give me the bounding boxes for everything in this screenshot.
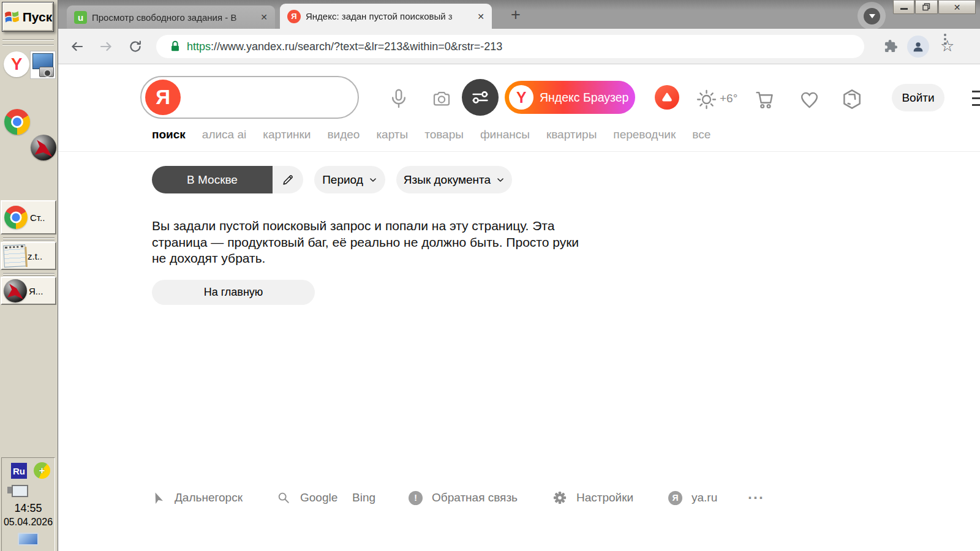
header-divider <box>58 151 980 152</box>
search-input[interactable] <box>186 78 351 116</box>
yandex-browser-logo: Y <box>509 85 533 110</box>
start-button-label: Пуск <box>23 10 52 24</box>
page-footer: Дальнегорск Google Bing ! Обратная связь <box>58 489 980 507</box>
yandex-browser-promo-button[interactable]: Y Яндекс Браузер <box>505 81 635 114</box>
url-text: https://www.yandex.ru/search/?text=&lr=2… <box>187 35 502 58</box>
image-search-camera-icon[interactable] <box>431 88 453 110</box>
url-scheme: https <box>187 40 211 53</box>
weather-temperature[interactable]: +6° <box>720 92 737 105</box>
address-bar[interactable]: https://www.yandex.ru/search/?text=&lr=2… <box>156 35 864 58</box>
promo-label: Яндекс Браузер <box>540 91 628 105</box>
browser-toolbar: https://www.yandex.ru/search/?text=&lr=2… <box>58 29 980 64</box>
tab-title: Просмотр свободного задания - B <box>92 12 255 23</box>
camera-icon <box>39 67 54 77</box>
location-arrow-icon[interactable] <box>151 489 164 507</box>
network-tray-icon[interactable] <box>12 485 28 497</box>
nav-tab-video[interactable]: видео <box>327 128 360 141</box>
forward-button[interactable] <box>99 39 113 54</box>
chrome-icon <box>4 206 28 229</box>
tab-dropdown-button[interactable] <box>864 8 880 24</box>
footer-google-link[interactable]: Google <box>300 489 337 507</box>
language-indicator[interactable]: Ru <box>11 463 27 479</box>
yandex-y-letter: Y <box>11 54 23 74</box>
nav-tab-flats[interactable]: квартиры <box>546 128 597 141</box>
chevron-down-icon <box>869 14 875 18</box>
start-button[interactable]: Пуск <box>2 2 54 32</box>
back-button[interactable] <box>70 39 85 54</box>
feedback-icon[interactable]: ! <box>409 489 423 507</box>
url-rest: ://www.yandex.ru/search/?text=&lr=213&wi… <box>211 40 502 53</box>
desktop-icon-yandex-browser[interactable]: Y <box>4 51 29 77</box>
desktop-icon-screen-capture[interactable] <box>30 51 56 79</box>
reload-button[interactable] <box>128 39 143 54</box>
antivirus-tray-icon[interactable]: + <box>34 462 50 479</box>
alice-assistant-icon[interactable] <box>655 85 679 110</box>
footer-settings-link[interactable]: Настройки <box>576 489 633 507</box>
tab-close-icon[interactable] <box>259 12 269 22</box>
restore-icon <box>922 3 930 11</box>
new-tab-button[interactable] <box>508 7 524 23</box>
voice-search-mic-icon[interactable] <box>387 87 410 110</box>
taskbar-item-chrome[interactable]: Ст.. <box>1 200 56 234</box>
taskbar-item-label: Ст.. <box>30 212 45 223</box>
nav-tab-alice[interactable]: алиса ai <box>202 128 246 141</box>
yandex-favicon: Я <box>287 10 301 23</box>
footer-feedback-link[interactable]: Обратная связь <box>432 489 518 507</box>
browser-menu-icon[interactable] <box>944 34 946 45</box>
window-minimize-button[interactable] <box>893 0 914 14</box>
nav-tab-finance[interactable]: финансы <box>480 128 530 141</box>
windows-logo-icon <box>4 9 20 25</box>
cart-icon[interactable] <box>753 88 777 111</box>
hamburger-menu-icon[interactable] <box>972 91 980 111</box>
footer-yaru-link[interactable]: ya.ru <box>692 489 717 507</box>
tab-close-icon[interactable] <box>476 12 486 21</box>
yandex-logo[interactable]: Я <box>145 80 181 115</box>
nav-tab-maps[interactable]: карты <box>376 128 408 141</box>
search-box[interactable]: Я <box>140 76 359 119</box>
favorites-heart-icon[interactable] <box>798 89 821 111</box>
search-icon[interactable] <box>277 489 290 507</box>
go-home-button[interactable]: На главную <box>152 280 315 305</box>
tab-yandex-active[interactable]: Я Яндекс: задан пустой поисковый з <box>280 4 492 29</box>
nav-tab-search[interactable]: поиск <box>152 128 186 141</box>
comodo-dragon-icon <box>4 279 27 302</box>
yaru-icon[interactable]: Я <box>668 489 682 507</box>
desktop-icon-chrome[interactable] <box>4 109 30 135</box>
taskbar-item-label: Я... <box>29 286 43 296</box>
nav-tab-images[interactable]: картинки <box>263 128 311 141</box>
search-settings-sliders-icon[interactable] <box>462 79 499 116</box>
edit-location-button[interactable] <box>273 166 303 193</box>
services-box-icon[interactable] <box>840 87 864 111</box>
gear-icon[interactable] <box>553 489 567 507</box>
tab-uchi[interactable]: u Просмотр свободного задания - B <box>67 6 275 29</box>
tray-clock: 14:55 <box>2 502 55 515</box>
weather-sun-icon[interactable] <box>695 88 718 111</box>
taskbar-item-yandex[interactable]: Я... <box>1 277 56 305</box>
show-desktop-icon[interactable] <box>18 533 39 545</box>
bookmark-star-icon[interactable]: ☆ <box>940 37 954 56</box>
lock-icon[interactable] <box>168 40 182 53</box>
footer-bing-link[interactable]: Bing <box>352 489 375 507</box>
footer-more-button[interactable]: ··· <box>748 489 764 507</box>
nav-tab-translate[interactable]: переводчик <box>613 128 676 141</box>
window-close-button[interactable] <box>938 0 976 14</box>
chevron-down-icon <box>369 176 377 184</box>
login-button[interactable]: Войти <box>892 84 944 111</box>
yandex-search-page: Я Y Яндекс Браузер <box>58 65 980 551</box>
doc-language-filter-button[interactable]: Язык документа <box>396 166 512 193</box>
nav-tab-all[interactable]: все <box>692 128 710 141</box>
search-filters: В Москве Период Язык документа <box>152 166 512 193</box>
browser-window: u Просмотр свободного задания - B Я Янде… <box>58 0 980 551</box>
period-filter-button[interactable]: Период <box>314 166 385 193</box>
profile-avatar[interactable] <box>907 36 929 58</box>
uchi-favicon: u <box>74 11 87 24</box>
extensions-puzzle-icon[interactable] <box>884 39 898 53</box>
desktop-icon-comodo-dragon[interactable] <box>31 135 56 160</box>
search-nav-tabs: поиск алиса ai картинки видео карты това… <box>152 128 710 141</box>
window-restore-button[interactable] <box>915 0 938 14</box>
footer-city[interactable]: Дальнегорск <box>175 489 243 507</box>
taskbar-item-notepad[interactable]: z.t.. <box>1 242 56 270</box>
nav-tab-goods[interactable]: товары <box>424 128 464 141</box>
system-tray: Ru + 14:55 05.04.2026 <box>1 457 55 551</box>
location-filter-button[interactable]: В Москве <box>152 166 273 193</box>
